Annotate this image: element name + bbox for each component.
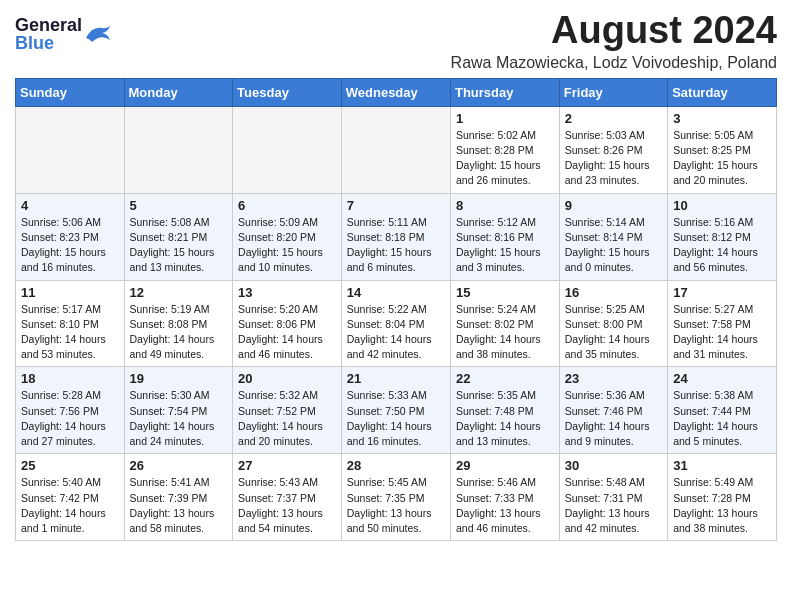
day-cell-8: 8Sunrise: 5:12 AM Sunset: 8:16 PM Daylig… xyxy=(450,193,559,280)
day-info: Sunrise: 5:35 AM Sunset: 7:48 PM Dayligh… xyxy=(456,388,554,449)
day-number: 13 xyxy=(238,285,336,300)
day-number: 3 xyxy=(673,111,771,126)
day-cell-23: 23Sunrise: 5:36 AM Sunset: 7:46 PM Dayli… xyxy=(559,367,667,454)
day-info: Sunrise: 5:11 AM Sunset: 8:18 PM Dayligh… xyxy=(347,215,445,276)
day-number: 23 xyxy=(565,371,662,386)
day-number: 21 xyxy=(347,371,445,386)
day-info: Sunrise: 5:43 AM Sunset: 7:37 PM Dayligh… xyxy=(238,475,336,536)
day-number: 25 xyxy=(21,458,119,473)
page-header: General Blue August 2024 Rawa Mazowiecka… xyxy=(15,10,777,72)
week-row-2: 4Sunrise: 5:06 AM Sunset: 8:23 PM Daylig… xyxy=(16,193,777,280)
week-row-4: 18Sunrise: 5:28 AM Sunset: 7:56 PM Dayli… xyxy=(16,367,777,454)
day-number: 28 xyxy=(347,458,445,473)
day-cell-3: 3Sunrise: 5:05 AM Sunset: 8:25 PM Daylig… xyxy=(668,106,777,193)
day-info: Sunrise: 5:19 AM Sunset: 8:08 PM Dayligh… xyxy=(130,302,228,363)
day-info: Sunrise: 5:45 AM Sunset: 7:35 PM Dayligh… xyxy=(347,475,445,536)
day-number: 22 xyxy=(456,371,554,386)
day-info: Sunrise: 5:24 AM Sunset: 8:02 PM Dayligh… xyxy=(456,302,554,363)
day-number: 10 xyxy=(673,198,771,213)
day-number: 31 xyxy=(673,458,771,473)
day-number: 4 xyxy=(21,198,119,213)
day-cell-26: 26Sunrise: 5:41 AM Sunset: 7:39 PM Dayli… xyxy=(124,454,233,541)
day-cell-22: 22Sunrise: 5:35 AM Sunset: 7:48 PM Dayli… xyxy=(450,367,559,454)
day-info: Sunrise: 5:20 AM Sunset: 8:06 PM Dayligh… xyxy=(238,302,336,363)
day-cell-31: 31Sunrise: 5:49 AM Sunset: 7:28 PM Dayli… xyxy=(668,454,777,541)
day-number: 1 xyxy=(456,111,554,126)
weekday-header-sunday: Sunday xyxy=(16,78,125,106)
day-cell-7: 7Sunrise: 5:11 AM Sunset: 8:18 PM Daylig… xyxy=(341,193,450,280)
day-number: 14 xyxy=(347,285,445,300)
day-number: 27 xyxy=(238,458,336,473)
week-row-3: 11Sunrise: 5:17 AM Sunset: 8:10 PM Dayli… xyxy=(16,280,777,367)
day-cell-9: 9Sunrise: 5:14 AM Sunset: 8:14 PM Daylig… xyxy=(559,193,667,280)
day-info: Sunrise: 5:02 AM Sunset: 8:28 PM Dayligh… xyxy=(456,128,554,189)
day-cell-11: 11Sunrise: 5:17 AM Sunset: 8:10 PM Dayli… xyxy=(16,280,125,367)
day-info: Sunrise: 5:09 AM Sunset: 8:20 PM Dayligh… xyxy=(238,215,336,276)
day-number: 18 xyxy=(21,371,119,386)
day-info: Sunrise: 5:14 AM Sunset: 8:14 PM Dayligh… xyxy=(565,215,662,276)
weekday-header-wednesday: Wednesday xyxy=(341,78,450,106)
day-info: Sunrise: 5:05 AM Sunset: 8:25 PM Dayligh… xyxy=(673,128,771,189)
day-info: Sunrise: 5:03 AM Sunset: 8:26 PM Dayligh… xyxy=(565,128,662,189)
day-info: Sunrise: 5:33 AM Sunset: 7:50 PM Dayligh… xyxy=(347,388,445,449)
day-info: Sunrise: 5:40 AM Sunset: 7:42 PM Dayligh… xyxy=(21,475,119,536)
day-number: 7 xyxy=(347,198,445,213)
day-cell-14: 14Sunrise: 5:22 AM Sunset: 8:04 PM Dayli… xyxy=(341,280,450,367)
day-cell-15: 15Sunrise: 5:24 AM Sunset: 8:02 PM Dayli… xyxy=(450,280,559,367)
logo-blue-text: Blue xyxy=(15,34,82,52)
day-info: Sunrise: 5:12 AM Sunset: 8:16 PM Dayligh… xyxy=(456,215,554,276)
day-cell-21: 21Sunrise: 5:33 AM Sunset: 7:50 PM Dayli… xyxy=(341,367,450,454)
day-cell-4: 4Sunrise: 5:06 AM Sunset: 8:23 PM Daylig… xyxy=(16,193,125,280)
day-cell-18: 18Sunrise: 5:28 AM Sunset: 7:56 PM Dayli… xyxy=(16,367,125,454)
day-cell-10: 10Sunrise: 5:16 AM Sunset: 8:12 PM Dayli… xyxy=(668,193,777,280)
day-info: Sunrise: 5:41 AM Sunset: 7:39 PM Dayligh… xyxy=(130,475,228,536)
day-number: 26 xyxy=(130,458,228,473)
day-info: Sunrise: 5:36 AM Sunset: 7:46 PM Dayligh… xyxy=(565,388,662,449)
day-info: Sunrise: 5:32 AM Sunset: 7:52 PM Dayligh… xyxy=(238,388,336,449)
day-cell-16: 16Sunrise: 5:25 AM Sunset: 8:00 PM Dayli… xyxy=(559,280,667,367)
weekday-header-friday: Friday xyxy=(559,78,667,106)
day-cell-25: 25Sunrise: 5:40 AM Sunset: 7:42 PM Dayli… xyxy=(16,454,125,541)
day-info: Sunrise: 5:48 AM Sunset: 7:31 PM Dayligh… xyxy=(565,475,662,536)
day-number: 20 xyxy=(238,371,336,386)
weekday-header-saturday: Saturday xyxy=(668,78,777,106)
day-info: Sunrise: 5:46 AM Sunset: 7:33 PM Dayligh… xyxy=(456,475,554,536)
weekday-header-tuesday: Tuesday xyxy=(233,78,342,106)
day-info: Sunrise: 5:27 AM Sunset: 7:58 PM Dayligh… xyxy=(673,302,771,363)
weekday-header-monday: Monday xyxy=(124,78,233,106)
day-number: 11 xyxy=(21,285,119,300)
day-info: Sunrise: 5:49 AM Sunset: 7:28 PM Dayligh… xyxy=(673,475,771,536)
day-number: 29 xyxy=(456,458,554,473)
main-title: August 2024 xyxy=(451,10,777,52)
subtitle: Rawa Mazowiecka, Lodz Voivodeship, Polan… xyxy=(451,54,777,72)
day-cell-13: 13Sunrise: 5:20 AM Sunset: 8:06 PM Dayli… xyxy=(233,280,342,367)
day-cell-27: 27Sunrise: 5:43 AM Sunset: 7:37 PM Dayli… xyxy=(233,454,342,541)
empty-cell xyxy=(124,106,233,193)
day-number: 8 xyxy=(456,198,554,213)
day-number: 6 xyxy=(238,198,336,213)
day-cell-5: 5Sunrise: 5:08 AM Sunset: 8:21 PM Daylig… xyxy=(124,193,233,280)
calendar-table: SundayMondayTuesdayWednesdayThursdayFrid… xyxy=(15,78,777,541)
day-cell-28: 28Sunrise: 5:45 AM Sunset: 7:35 PM Dayli… xyxy=(341,454,450,541)
day-info: Sunrise: 5:17 AM Sunset: 8:10 PM Dayligh… xyxy=(21,302,119,363)
day-number: 16 xyxy=(565,285,662,300)
day-info: Sunrise: 5:06 AM Sunset: 8:23 PM Dayligh… xyxy=(21,215,119,276)
logo-bird-icon xyxy=(84,24,112,44)
week-row-5: 25Sunrise: 5:40 AM Sunset: 7:42 PM Dayli… xyxy=(16,454,777,541)
day-cell-24: 24Sunrise: 5:38 AM Sunset: 7:44 PM Dayli… xyxy=(668,367,777,454)
day-cell-29: 29Sunrise: 5:46 AM Sunset: 7:33 PM Dayli… xyxy=(450,454,559,541)
title-block: August 2024 Rawa Mazowiecka, Lodz Voivod… xyxy=(451,10,777,72)
logo: General Blue xyxy=(15,10,112,52)
day-info: Sunrise: 5:08 AM Sunset: 8:21 PM Dayligh… xyxy=(130,215,228,276)
day-cell-17: 17Sunrise: 5:27 AM Sunset: 7:58 PM Dayli… xyxy=(668,280,777,367)
day-cell-30: 30Sunrise: 5:48 AM Sunset: 7:31 PM Dayli… xyxy=(559,454,667,541)
day-number: 12 xyxy=(130,285,228,300)
empty-cell xyxy=(233,106,342,193)
logo-general-text: General xyxy=(15,16,82,34)
day-info: Sunrise: 5:38 AM Sunset: 7:44 PM Dayligh… xyxy=(673,388,771,449)
day-cell-2: 2Sunrise: 5:03 AM Sunset: 8:26 PM Daylig… xyxy=(559,106,667,193)
day-cell-6: 6Sunrise: 5:09 AM Sunset: 8:20 PM Daylig… xyxy=(233,193,342,280)
empty-cell xyxy=(16,106,125,193)
day-number: 2 xyxy=(565,111,662,126)
day-cell-19: 19Sunrise: 5:30 AM Sunset: 7:54 PM Dayli… xyxy=(124,367,233,454)
